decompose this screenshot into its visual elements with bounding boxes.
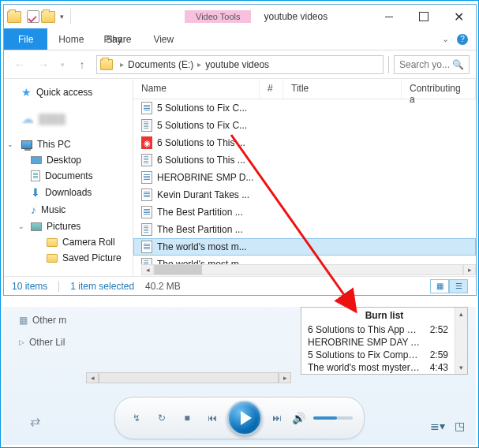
forward-button[interactable]: →	[34, 55, 53, 74]
file-row[interactable]: HEROBRINE SMP D...	[133, 169, 476, 186]
view-details-button[interactable]: ☰	[449, 279, 468, 293]
sidebar-item-saved-pictures[interactable]: Saved Picture	[4, 250, 133, 266]
new-folder-icon[interactable]	[41, 11, 55, 23]
burn-item-name: 5 Solutions to Fix Computer Cra...	[308, 349, 421, 360]
column-contributing[interactable]: Contributing a	[402, 79, 476, 99]
sidebar-item-desktop[interactable]: Desktop	[4, 152, 133, 168]
sidebar-item-camera-roll[interactable]: Camera Roll	[4, 234, 133, 250]
file-row[interactable]: Kevin Durant Takes ...	[133, 186, 476, 203]
previous-button[interactable]: ⏮	[202, 408, 223, 428]
file-row[interactable]: ◉6 Solutions to This ...	[133, 134, 476, 151]
chevron-right-icon[interactable]: ▸	[193, 60, 205, 69]
stop-button[interactable]: ■	[177, 408, 197, 428]
column-name[interactable]: Name	[133, 79, 260, 99]
breadcrumb-folder[interactable]: youtube videos	[205, 59, 269, 70]
rtf-file-icon	[141, 241, 152, 253]
scroll-down-icon[interactable]: ▾	[455, 361, 467, 374]
video-file-icon: ◉	[141, 136, 152, 149]
breadcrumb[interactable]: ▸ Documents (E:) ▸ youtube videos	[96, 55, 384, 74]
scroll-track[interactable]	[99, 372, 279, 383]
folder-icon	[47, 238, 58, 247]
file-row[interactable]: The Best Partition ...	[133, 221, 476, 238]
column-number[interactable]: #	[260, 79, 283, 99]
sidebar-item-other-media[interactable]: ▦ Other m	[19, 312, 66, 329]
file-row[interactable]: The world's most m...	[133, 238, 476, 256]
column-title[interactable]: Title	[283, 79, 402, 99]
maximize-button[interactable]	[406, 6, 441, 28]
play-button[interactable]	[227, 401, 262, 435]
file-name: The Best Partition ...	[157, 224, 243, 235]
sidebar-label: Downloads	[45, 187, 92, 198]
sidebar-item-other-libraries[interactable]: ▷ Other Lil	[19, 334, 66, 351]
expand-icon[interactable]: ▷	[19, 338, 24, 346]
burn-list-item[interactable]: The world's most mysterious bo...4:43	[301, 361, 455, 374]
sidebar-item-this-pc[interactable]: ⌄ This PC	[4, 136, 133, 152]
search-icon[interactable]: 🔍	[452, 59, 464, 70]
help-icon[interactable]: ?	[457, 34, 468, 45]
burn-list-item[interactable]: HEROBRINE SMP DAY AJJUBHAI...	[301, 336, 455, 349]
scroll-right-icon[interactable]: ▸	[279, 372, 291, 383]
file-name: 6 Solutions to This ...	[157, 155, 245, 166]
file-row[interactable]: 6 Solutions to This ...	[133, 151, 476, 169]
properties-icon[interactable]	[27, 10, 39, 23]
volume-icon[interactable]: 🔊	[292, 412, 305, 424]
content-area: ★ Quick access ☁ ████ ⌄ This PC Desktop …	[4, 79, 476, 276]
scroll-thumb[interactable]	[155, 265, 202, 274]
file-row[interactable]: 5 Solutions to Fix C...	[133, 99, 476, 117]
sidebar-item-downloads[interactable]: ⬇ Downloads	[4, 184, 133, 201]
drive-icon	[100, 59, 113, 70]
collapse-icon[interactable]: ⌄	[7, 140, 13, 148]
up-button[interactable]: ↑	[73, 55, 92, 74]
tab-play[interactable]: Play	[92, 28, 133, 50]
vertical-scrollbar[interactable]: ▴ ▾	[455, 308, 467, 374]
wmp-horizontal-scrollbar[interactable]: ◂ ▸	[86, 372, 291, 385]
sidebar-item-quick-access[interactable]: ★ Quick access	[4, 84, 133, 101]
file-name: 5 Solutions to Fix C...	[157, 120, 247, 131]
next-button[interactable]: ⏭	[267, 408, 287, 428]
separator	[70, 9, 71, 24]
search-placeholder: Search yo...	[399, 59, 450, 70]
tab-view[interactable]: View	[142, 28, 185, 50]
text-file-icon	[141, 119, 152, 132]
list-options-icon[interactable]: ≣▾	[430, 420, 445, 432]
minimize-button[interactable]	[372, 6, 406, 28]
file-tab[interactable]: File	[4, 28, 47, 50]
player-right-controls: ≣▾ ◳	[430, 420, 465, 432]
pc-icon	[21, 140, 32, 149]
sidebar-item-music[interactable]: ♪ Music	[4, 201, 133, 218]
scroll-track[interactable]	[154, 264, 463, 275]
breadcrumb-drive[interactable]: Documents (E:)	[128, 59, 193, 70]
column-headers: Name # Title Contributing a	[133, 79, 476, 99]
search-input[interactable]: Search yo... 🔍	[394, 55, 470, 74]
sidebar-item-onedrive[interactable]: ☁ ████	[4, 109, 133, 129]
shuffle-button[interactable]: ↯	[126, 408, 147, 428]
chevron-right-icon[interactable]: ▸	[116, 60, 128, 69]
grid-icon: ▦	[19, 315, 28, 326]
rtf-file-icon	[141, 171, 152, 184]
repeat-button[interactable]: ↻	[152, 408, 172, 428]
sidebar-item-pictures[interactable]: ⌄ Pictures	[4, 218, 133, 234]
scroll-up-icon[interactable]: ▴	[455, 308, 467, 320]
volume-slider[interactable]	[313, 416, 353, 420]
burn-list-item[interactable]: 5 Solutions to Fix Computer Cra...2:59	[301, 349, 455, 361]
tab-home[interactable]: Home	[47, 28, 95, 50]
scroll-left-icon[interactable]: ◂	[141, 264, 154, 275]
file-row[interactable]: 5 Solutions to Fix C...	[133, 117, 476, 134]
history-dropdown-icon[interactable]: ▾	[58, 61, 68, 69]
navigation-pane: ★ Quick access ☁ ████ ⌄ This PC Desktop …	[4, 79, 133, 276]
scroll-right-icon[interactable]: ▸	[463, 264, 476, 275]
back-button[interactable]: ←	[10, 55, 29, 74]
horizontal-scrollbar[interactable]: ◂ ▸	[141, 263, 476, 276]
sidebar-item-documents[interactable]: Documents	[4, 168, 133, 184]
file-row[interactable]: The Best Partition ...	[133, 203, 476, 221]
burn-list-panel: Burn list 6 Solutions to This App Can't …	[301, 307, 468, 375]
view-thumbnails-button[interactable]: ▦	[430, 279, 449, 293]
scroll-left-icon[interactable]: ◂	[86, 372, 99, 383]
switch-view-icon[interactable]: ◳	[455, 420, 465, 432]
app-icon	[7, 11, 21, 23]
expand-ribbon-icon[interactable]: ⌄	[442, 34, 449, 44]
burn-list-item[interactable]: 6 Solutions to This App Can't Ru...2:52	[301, 323, 455, 336]
collapse-icon[interactable]: ⌄	[18, 222, 24, 230]
qat-dropdown-icon[interactable]: ▾	[57, 13, 67, 21]
close-button[interactable]: ✕	[441, 6, 476, 28]
